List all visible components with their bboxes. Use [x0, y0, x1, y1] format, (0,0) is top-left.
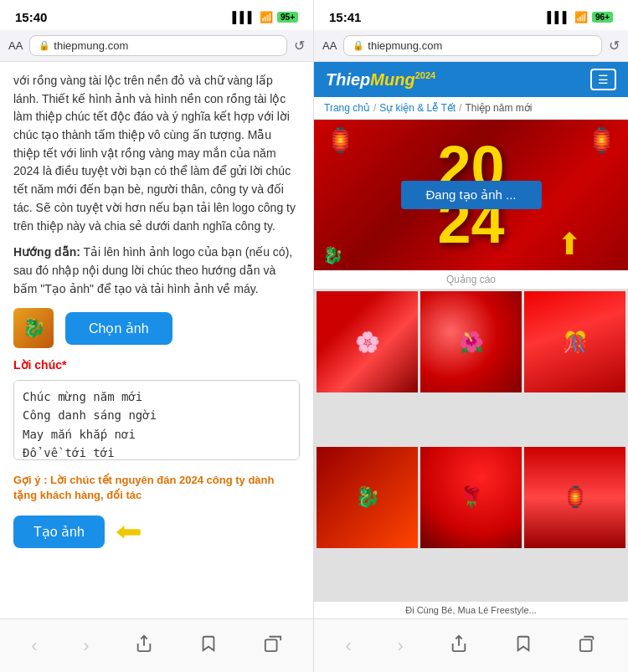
- aa-label-left[interactable]: AA: [8, 39, 23, 52]
- time-left: 15:40: [15, 10, 47, 24]
- url-bar-right[interactable]: 🔒 thiepmung.com: [343, 35, 602, 56]
- grid-item-5[interactable]: 🌹: [420, 447, 522, 548]
- site-header: ThiepMung2024 ☰: [314, 62, 628, 97]
- grid-img-4: 🐉: [317, 447, 418, 548]
- back-button-left[interactable]: ‹: [19, 630, 49, 662]
- breadcrumb: Trang chủ / Sự kiện & Lễ Tết / Thiệp năm…: [314, 97, 628, 120]
- arrow-left-icon: ⬅: [116, 511, 142, 553]
- breadcrumb-sep1: /: [373, 102, 376, 114]
- grid-item-6[interactable]: 🏮: [524, 447, 625, 548]
- reload-icon-left[interactable]: ↺: [294, 38, 305, 54]
- share-button-right[interactable]: [438, 629, 480, 663]
- dragon-icon: 🐉: [322, 245, 343, 265]
- breadcrumb-current: Thiệp năm mới: [465, 102, 532, 114]
- grid-img-6: 🏮: [524, 447, 625, 548]
- right-panel: 15:41 ▌▌▌ 📶 96+ AA 🔒 thiepmung.com ↺ Thi…: [314, 0, 628, 672]
- battery-left: 95+: [277, 12, 298, 23]
- svg-rect-1: [265, 639, 276, 651]
- url-bar-left[interactable]: 🔒 thiepmung.com: [29, 35, 287, 56]
- left-panel: 15:40 ▌▌▌ 📶 95+ AA 🔒 thiepmung.com ↺ với…: [0, 0, 314, 672]
- grid-caption: Đi Cùng Bé, Mua Lé Freestyle...: [314, 602, 628, 618]
- content-area-left: với rồng vàng tài lộc trên nền đỏ và chữ…: [0, 62, 313, 618]
- grid-item-3[interactable]: 🎊: [524, 291, 625, 392]
- grid-img-2: 🌺: [420, 291, 522, 392]
- quang-cao-label: Quảng cáo: [314, 270, 628, 289]
- goi-y-text: Gợi ý : Lời chúc tết nguyên đán 2024 côn…: [13, 473, 300, 503]
- image-thumbnail: 🐉: [13, 308, 54, 348]
- status-icons-right: ▌▌▌ 📶 96+: [547, 11, 613, 23]
- hamburger-button[interactable]: ☰: [590, 69, 616, 90]
- main-banner: 20 24 🏮 🏮 🐉 Đang tạo ảnh ... ⬆: [314, 120, 628, 270]
- breadcrumb-home[interactable]: Trang chủ: [324, 102, 370, 114]
- back-button-right[interactable]: ‹: [333, 630, 363, 662]
- choose-image-row: 🐉 Chọn ảnh: [13, 308, 300, 348]
- status-bar-left: 15:40 ▌▌▌ 📶 95+: [0, 0, 313, 30]
- time-right: 15:41: [329, 10, 361, 24]
- guide-text: Hướng dẫn: Tải lên hình ảnh logo của bạn…: [13, 244, 300, 298]
- lantern-left: 🏮: [326, 126, 355, 154]
- grid-item-4[interactable]: 🐉: [317, 447, 418, 548]
- loi-chuc-label: Lời chúc*: [13, 357, 300, 375]
- signal-icon-left: ▌▌▌: [232, 11, 255, 23]
- grid-item-2[interactable]: 🌺: [420, 291, 522, 392]
- grid-img-3: 🎊: [524, 291, 625, 392]
- forward-button-right[interactable]: ›: [386, 630, 415, 662]
- reload-icon-right[interactable]: ↺: [609, 38, 620, 54]
- bookmarks-button-left[interactable]: [188, 629, 229, 663]
- tao-anh-button[interactable]: Tạo ảnh: [13, 516, 105, 548]
- status-bar-right: 15:41 ▌▌▌ 📶 96+: [314, 0, 628, 30]
- description-text: với rồng vàng tài lộc trên nền đỏ và chữ…: [13, 72, 300, 235]
- bottom-nav-left: ‹ ›: [0, 618, 313, 672]
- grid-img-5: 🌹: [420, 447, 522, 548]
- aa-label-right[interactable]: AA: [322, 39, 337, 52]
- loading-overlay: Đang tạo ảnh ...: [400, 181, 541, 209]
- guide-label: Hướng dẫn:: [13, 245, 80, 259]
- lantern-right: 🏮: [587, 126, 616, 154]
- wifi-icon-right: 📶: [574, 11, 588, 23]
- svg-rect-3: [579, 639, 591, 651]
- share-button-left[interactable]: [123, 629, 165, 663]
- browser-bar-right: AA 🔒 thiepmung.com ↺: [314, 30, 628, 62]
- status-icons-left: ▌▌▌ 📶 95+: [232, 11, 298, 23]
- grid-img-1: 🌸: [317, 291, 418, 392]
- chon-anh-button[interactable]: Chọn ảnh: [65, 312, 172, 345]
- url-text-left: thiepmung.com: [54, 39, 128, 52]
- url-text-right: thiepmung.com: [368, 39, 442, 52]
- arrow-up-icon: ⬆: [557, 227, 582, 262]
- grid-item-1[interactable]: 🌸: [317, 291, 418, 392]
- forward-button-left[interactable]: ›: [71, 630, 100, 662]
- loi-chuc-input[interactable]: Chúc mừng năm mới Công danh sáng ngời Ma…: [13, 380, 300, 460]
- bookmarks-button-right[interactable]: [502, 629, 544, 663]
- breadcrumb-events[interactable]: Sự kiện & Lễ Tết: [379, 102, 456, 114]
- site-logo: ThiepMung2024: [326, 70, 435, 90]
- lock-icon-left: 🔒: [39, 40, 50, 51]
- tabs-button-right[interactable]: [567, 629, 609, 663]
- breadcrumb-sep2: /: [459, 102, 461, 114]
- bottom-nav-right: ‹ ›: [314, 618, 628, 672]
- battery-right: 96+: [592, 12, 613, 23]
- tao-anh-row: Tạo ảnh ⬅: [13, 511, 300, 553]
- lock-icon-right: 🔒: [353, 40, 364, 51]
- required-star: *: [62, 358, 66, 372]
- browser-bar-left: AA 🔒 thiepmung.com ↺: [0, 30, 313, 62]
- wifi-icon-left: 📶: [260, 11, 273, 23]
- tabs-button-left[interactable]: [252, 629, 294, 663]
- signal-icon-right: ▌▌▌: [547, 11, 570, 23]
- image-grid: 🌸 🌺 🎊 🐉 🌹 🏮: [314, 289, 628, 602]
